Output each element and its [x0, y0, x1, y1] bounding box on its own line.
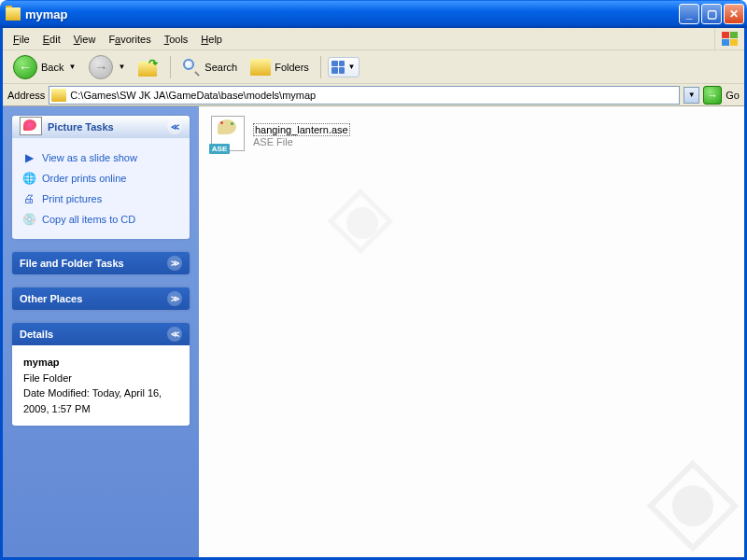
details-header[interactable]: Details ≪: [12, 323, 190, 345]
other-places-panel: Other Places ≫: [12, 287, 190, 310]
svg-rect-3: [730, 39, 738, 46]
address-label: Address: [7, 90, 45, 101]
titlebar: mymap _ ▢ ✕: [0, 0, 747, 28]
watermark-icon: [330, 190, 395, 256]
task-slideshow[interactable]: ▶View as a slide show: [21, 147, 180, 168]
search-icon: [182, 58, 201, 77]
file-name: hanging_lantern.ase: [253, 123, 350, 136]
svg-rect-0: [722, 32, 729, 38]
sidebar: Picture Tasks ≪ ▶View as a slide show 🌐O…: [3, 106, 199, 557]
chevron-down-icon: ≫: [167, 256, 182, 271]
menu-tools[interactable]: Tools: [158, 32, 195, 47]
minimize-button[interactable]: _: [679, 4, 699, 24]
back-button[interactable]: ← Back ▼: [8, 52, 80, 82]
folders-icon: [250, 59, 271, 76]
task-order-prints[interactable]: 🌐Order prints online: [21, 168, 180, 189]
file-folder-tasks-header[interactable]: File and Folder Tasks ≫: [12, 252, 190, 274]
toolbar: ← Back ▼ → ▼ ↷ Search Folders ▼: [3, 50, 744, 84]
window-title: mymap: [25, 7, 679, 21]
task-print[interactable]: 🖨Print pictures: [21, 189, 180, 209]
menu-help[interactable]: Help: [194, 32, 229, 47]
close-button[interactable]: ✕: [724, 4, 744, 24]
menu-favorites[interactable]: Favorites: [102, 32, 157, 47]
up-button[interactable]: ↷: [134, 55, 163, 79]
chevron-up-icon: ≪: [167, 119, 182, 134]
address-input[interactable]: C:\Games\SW JK JA\GameData\base\models\m…: [49, 86, 680, 105]
picture-tasks-panel: Picture Tasks ≪ ▶View as a slide show 🌐O…: [12, 116, 190, 239]
go-button[interactable]: →: [703, 86, 722, 105]
menu-file[interactable]: File: [7, 32, 36, 47]
file-item[interactable]: ASE hanging_lantern.ase ASE File: [208, 116, 353, 155]
picture-icon: [20, 117, 44, 137]
address-path: C:\Games\SW JK JA\GameData\base\models\m…: [70, 90, 316, 101]
file-list[interactable]: ASE hanging_lantern.ase ASE File: [199, 106, 744, 557]
task-copy-cd[interactable]: 💿Copy all items to CD: [21, 209, 180, 230]
menu-view[interactable]: View: [67, 32, 103, 47]
search-button[interactable]: Search: [177, 55, 242, 79]
file-type: ASE File: [253, 136, 350, 147]
other-places-header[interactable]: Other Places ≫: [12, 287, 190, 310]
svg-rect-1: [730, 32, 738, 38]
watermark-icon: [651, 464, 735, 548]
maximize-button[interactable]: ▢: [701, 4, 722, 24]
file-folder-tasks-panel: File and Folder Tasks ≫: [12, 252, 190, 274]
file-thumbnail: ASE: [208, 116, 247, 155]
svg-rect-2: [722, 39, 729, 46]
addressbar: Address C:\Games\SW JK JA\GameData\base\…: [3, 84, 744, 106]
menu-edit[interactable]: Edit: [36, 32, 67, 47]
folders-button[interactable]: Folders: [246, 56, 314, 78]
details-body: mymap File Folder Date Modified: Today, …: [12, 345, 190, 426]
picture-tasks-header[interactable]: Picture Tasks ≪: [12, 116, 190, 138]
views-button[interactable]: ▼: [328, 57, 359, 77]
details-panel: Details ≪ mymap File Folder Date Modifie…: [12, 323, 190, 426]
go-label: Go: [726, 90, 740, 101]
address-dropdown[interactable]: ▼: [684, 87, 699, 104]
windows-flag-icon: [714, 28, 744, 50]
folder-icon: [51, 89, 66, 102]
chevron-down-icon: ≫: [167, 291, 182, 306]
folder-icon: [6, 7, 21, 21]
forward-button[interactable]: → ▼: [84, 52, 130, 82]
menubar: File Edit View Favorites Tools Help: [3, 28, 744, 50]
chevron-up-icon: ≪: [167, 327, 182, 342]
